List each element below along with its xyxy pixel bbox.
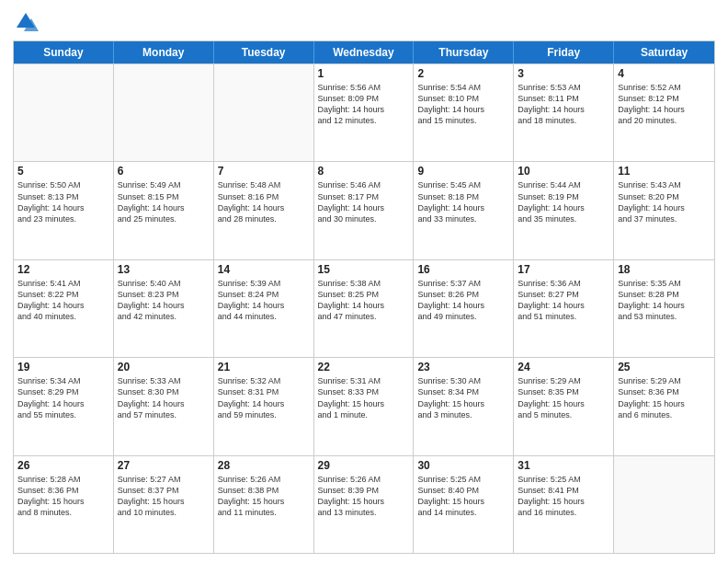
cal-cell-day-3: 3Sunrise: 5:53 AMSunset: 8:11 PMDaylight… — [514, 64, 614, 161]
cell-info: Sunrise: 5:26 AMSunset: 8:38 PMDaylight:… — [218, 474, 310, 519]
logo-icon — [13, 9, 39, 35]
cell-info: Sunrise: 5:30 AMSunset: 8:34 PMDaylight:… — [417, 375, 509, 420]
day-number: 15 — [318, 263, 410, 276]
day-number: 16 — [417, 263, 509, 276]
cal-cell-day-10: 10Sunrise: 5:44 AMSunset: 8:19 PMDayligh… — [514, 162, 614, 259]
day-number: 1 — [318, 67, 410, 80]
day-number: 12 — [17, 263, 109, 276]
cal-cell-day-22: 22Sunrise: 5:31 AMSunset: 8:33 PMDayligh… — [314, 358, 415, 454]
day-number: 24 — [518, 361, 609, 373]
cell-info: Sunrise: 5:52 AMSunset: 8:12 PMDaylight:… — [618, 82, 711, 127]
cal-cell-day-5: 5Sunrise: 5:50 AMSunset: 8:13 PMDaylight… — [14, 162, 114, 259]
cal-cell-empty — [614, 456, 714, 553]
cal-cell-day-12: 12Sunrise: 5:41 AMSunset: 8:22 PMDayligh… — [14, 260, 114, 357]
day-number: 8 — [318, 165, 410, 178]
cal-cell-day-9: 9Sunrise: 5:45 AMSunset: 8:18 PMDaylight… — [414, 162, 514, 259]
day-number: 5 — [17, 165, 109, 178]
cell-info: Sunrise: 5:56 AMSunset: 8:09 PMDaylight:… — [318, 82, 410, 127]
cal-header-thursday: Thursday — [414, 41, 514, 63]
cal-cell-day-6: 6Sunrise: 5:49 AMSunset: 8:15 PMDaylight… — [114, 162, 214, 259]
cell-info: Sunrise: 5:54 AMSunset: 8:10 PMDaylight:… — [417, 82, 509, 127]
cal-cell-day-27: 27Sunrise: 5:27 AMSunset: 8:37 PMDayligh… — [114, 456, 214, 553]
day-number: 9 — [417, 165, 509, 178]
cal-cell-day-25: 25Sunrise: 5:29 AMSunset: 8:36 PMDayligh… — [614, 358, 714, 454]
cal-cell-empty — [214, 64, 314, 161]
cal-cell-day-11: 11Sunrise: 5:43 AMSunset: 8:20 PMDayligh… — [614, 162, 714, 259]
cal-week-1: 1Sunrise: 5:56 AMSunset: 8:09 PMDaylight… — [14, 63, 714, 161]
day-number: 25 — [618, 361, 711, 373]
cal-cell-day-31: 31Sunrise: 5:25 AMSunset: 8:41 PMDayligh… — [514, 456, 614, 553]
cell-info: Sunrise: 5:43 AMSunset: 8:20 PMDaylight:… — [618, 179, 711, 224]
cell-info: Sunrise: 5:33 AMSunset: 8:30 PMDaylight:… — [118, 375, 210, 420]
cal-cell-day-21: 21Sunrise: 5:32 AMSunset: 8:31 PMDayligh… — [214, 358, 314, 454]
day-number: 7 — [218, 165, 310, 178]
cell-info: Sunrise: 5:36 AMSunset: 8:27 PMDaylight:… — [518, 278, 609, 323]
day-number: 27 — [118, 459, 210, 472]
cell-info: Sunrise: 5:38 AMSunset: 8:25 PMDaylight:… — [318, 278, 410, 323]
cal-header-sunday: Sunday — [14, 41, 114, 63]
cal-week-3: 12Sunrise: 5:41 AMSunset: 8:22 PMDayligh… — [14, 259, 714, 357]
cal-cell-day-16: 16Sunrise: 5:37 AMSunset: 8:26 PMDayligh… — [414, 260, 514, 357]
cell-info: Sunrise: 5:25 AMSunset: 8:41 PMDaylight:… — [518, 474, 609, 519]
cell-info: Sunrise: 5:31 AMSunset: 8:33 PMDaylight:… — [318, 375, 410, 420]
logo — [13, 9, 40, 35]
cal-cell-day-23: 23Sunrise: 5:30 AMSunset: 8:34 PMDayligh… — [414, 358, 514, 454]
cell-info: Sunrise: 5:40 AMSunset: 8:23 PMDaylight:… — [118, 278, 210, 323]
day-number: 20 — [118, 361, 210, 373]
day-number: 30 — [417, 459, 509, 472]
cal-cell-day-1: 1Sunrise: 5:56 AMSunset: 8:09 PMDaylight… — [314, 64, 415, 161]
cal-cell-day-29: 29Sunrise: 5:26 AMSunset: 8:39 PMDayligh… — [314, 456, 415, 553]
day-number: 2 — [417, 67, 509, 80]
cal-cell-day-20: 20Sunrise: 5:33 AMSunset: 8:30 PMDayligh… — [114, 358, 214, 454]
cell-info: Sunrise: 5:41 AMSunset: 8:22 PMDaylight:… — [17, 278, 109, 323]
cell-info: Sunrise: 5:53 AMSunset: 8:11 PMDaylight:… — [518, 82, 609, 127]
cell-info: Sunrise: 5:49 AMSunset: 8:15 PMDaylight:… — [118, 179, 210, 224]
cal-cell-empty — [114, 64, 214, 161]
day-number: 6 — [118, 165, 210, 178]
cell-info: Sunrise: 5:48 AMSunset: 8:16 PMDaylight:… — [218, 179, 310, 224]
cell-info: Sunrise: 5:29 AMSunset: 8:35 PMDaylight:… — [518, 375, 609, 420]
cal-cell-day-26: 26Sunrise: 5:28 AMSunset: 8:36 PMDayligh… — [14, 456, 114, 553]
cal-cell-day-17: 17Sunrise: 5:36 AMSunset: 8:27 PMDayligh… — [514, 260, 614, 357]
day-number: 19 — [17, 361, 109, 373]
page: SundayMondayTuesdayWednesdayThursdayFrid… — [0, 0, 728, 563]
calendar-header-row: SundayMondayTuesdayWednesdayThursdayFrid… — [14, 41, 714, 63]
cell-info: Sunrise: 5:39 AMSunset: 8:24 PMDaylight:… — [218, 278, 310, 323]
cal-header-wednesday: Wednesday — [314, 41, 415, 63]
cal-header-monday: Monday — [114, 41, 214, 63]
cal-cell-day-4: 4Sunrise: 5:52 AMSunset: 8:12 PMDaylight… — [614, 64, 714, 161]
cell-info: Sunrise: 5:50 AMSunset: 8:13 PMDaylight:… — [17, 179, 109, 224]
cell-info: Sunrise: 5:34 AMSunset: 8:29 PMDaylight:… — [17, 375, 109, 420]
cell-info: Sunrise: 5:46 AMSunset: 8:17 PMDaylight:… — [318, 179, 410, 224]
cal-week-4: 19Sunrise: 5:34 AMSunset: 8:29 PMDayligh… — [14, 357, 714, 454]
cal-header-friday: Friday — [514, 41, 614, 63]
cell-info: Sunrise: 5:29 AMSunset: 8:36 PMDaylight:… — [618, 375, 711, 420]
cal-week-2: 5Sunrise: 5:50 AMSunset: 8:13 PMDaylight… — [14, 161, 714, 259]
day-number: 11 — [618, 165, 711, 178]
cell-info: Sunrise: 5:37 AMSunset: 8:26 PMDaylight:… — [417, 278, 509, 323]
day-number: 4 — [618, 67, 711, 80]
cal-cell-day-7: 7Sunrise: 5:48 AMSunset: 8:16 PMDaylight… — [214, 162, 314, 259]
day-number: 28 — [218, 459, 310, 472]
cal-cell-day-18: 18Sunrise: 5:35 AMSunset: 8:28 PMDayligh… — [614, 260, 714, 357]
cell-info: Sunrise: 5:28 AMSunset: 8:36 PMDaylight:… — [17, 474, 109, 519]
cell-info: Sunrise: 5:45 AMSunset: 8:18 PMDaylight:… — [417, 179, 509, 224]
cal-cell-day-14: 14Sunrise: 5:39 AMSunset: 8:24 PMDayligh… — [214, 260, 314, 357]
cell-info: Sunrise: 5:25 AMSunset: 8:40 PMDaylight:… — [417, 474, 509, 519]
day-number: 21 — [218, 361, 310, 373]
calendar: SundayMondayTuesdayWednesdayThursdayFrid… — [13, 40, 715, 554]
cal-cell-empty — [14, 64, 114, 161]
cell-info: Sunrise: 5:44 AMSunset: 8:19 PMDaylight:… — [518, 179, 609, 224]
day-number: 31 — [518, 459, 609, 472]
cell-info: Sunrise: 5:32 AMSunset: 8:31 PMDaylight:… — [218, 375, 310, 420]
calendar-body: 1Sunrise: 5:56 AMSunset: 8:09 PMDaylight… — [14, 63, 714, 553]
cal-cell-day-15: 15Sunrise: 5:38 AMSunset: 8:25 PMDayligh… — [314, 260, 415, 357]
cal-header-tuesday: Tuesday — [214, 41, 314, 63]
cal-cell-day-28: 28Sunrise: 5:26 AMSunset: 8:38 PMDayligh… — [214, 456, 314, 553]
cal-cell-day-19: 19Sunrise: 5:34 AMSunset: 8:29 PMDayligh… — [14, 358, 114, 454]
cell-info: Sunrise: 5:26 AMSunset: 8:39 PMDaylight:… — [318, 474, 410, 519]
cal-header-saturday: Saturday — [614, 41, 714, 63]
cal-cell-day-2: 2Sunrise: 5:54 AMSunset: 8:10 PMDaylight… — [414, 64, 514, 161]
cell-info: Sunrise: 5:27 AMSunset: 8:37 PMDaylight:… — [118, 474, 210, 519]
day-number: 10 — [518, 165, 609, 178]
